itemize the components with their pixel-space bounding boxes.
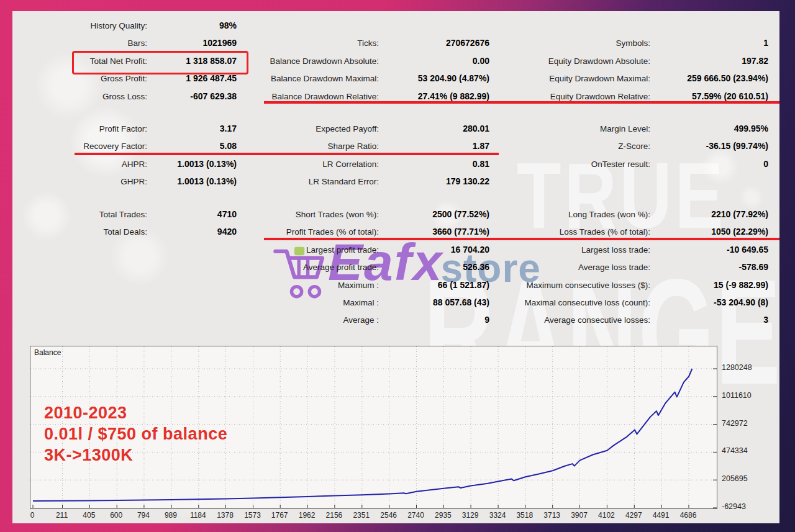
x-axis-tick-label: 4297 bbox=[620, 511, 647, 520]
stat-label: LR Correlation: bbox=[205, 155, 379, 173]
stat-value: 499.95% bbox=[656, 120, 768, 138]
x-axis-tick-label: 1573 bbox=[239, 511, 266, 520]
y-axis-tick-label: 1011610 bbox=[722, 391, 768, 400]
chart-plot: Balance 2010-2023 0.01l / $750 of balanc… bbox=[30, 346, 717, 509]
x-axis-tick-label: 2935 bbox=[429, 511, 457, 520]
x-axis-tick-label: 4102 bbox=[593, 511, 620, 520]
x-axis-tick-label: 3518 bbox=[511, 511, 538, 520]
stat-value: -578.69 bbox=[656, 258, 768, 276]
stat-value: -36.15 (99.74%) bbox=[656, 137, 768, 155]
stat-label: Profit Factor: bbox=[12, 120, 147, 138]
stat-label: AHPR: bbox=[12, 155, 147, 173]
stat-value: -10 649.65 bbox=[656, 241, 768, 259]
x-axis-tick-label: 989 bbox=[157, 511, 184, 520]
chart-annotation-line: 0.01l / $750 of balance bbox=[44, 423, 227, 444]
stat-value: 1 bbox=[656, 34, 768, 52]
stat-value: 259 666.50 (23.94%) bbox=[656, 70, 768, 88]
report-card: TRUE RANGE Eafxstore History Quality:98%… bbox=[12, 11, 779, 523]
stat-label: Total Trades: bbox=[12, 205, 147, 223]
stat-value: 2210 (77.92%) bbox=[656, 205, 768, 223]
stat-label: Average loss trade: bbox=[472, 258, 650, 276]
x-axis-tick-label: 4491 bbox=[647, 511, 675, 520]
x-axis-tick-label: 600 bbox=[102, 511, 130, 520]
chart-annotation: 2010-2023 0.01l / $750 of balance 3K->13… bbox=[44, 402, 227, 466]
x-axis-tick-label: 3129 bbox=[457, 511, 484, 520]
x-axis-tick-label: 2546 bbox=[375, 511, 402, 520]
underline-drawdown-relative-row bbox=[264, 101, 779, 104]
x-axis-tick-label: 2740 bbox=[402, 511, 430, 520]
x-axis-tick-label: 794 bbox=[130, 511, 157, 520]
stat-value: 15 (-9 882.99) bbox=[656, 276, 768, 294]
stat-value: 179 130.22 bbox=[385, 173, 489, 191]
stat-label: Total Deals: bbox=[12, 223, 147, 241]
stat-label: Largest profit trade: bbox=[205, 241, 379, 259]
stat-label: Long Trades (won %): bbox=[472, 205, 650, 223]
stat-label: Expected Payoff: bbox=[205, 120, 379, 138]
x-axis-tick-label: 1962 bbox=[293, 511, 320, 520]
underline-profit-loss-trades-row bbox=[264, 238, 779, 240]
stat-value: 3 bbox=[656, 311, 768, 329]
x-axis-tick-label: 2156 bbox=[320, 511, 348, 520]
stat-label: Equity Drawdown Absolute: bbox=[472, 52, 650, 70]
chart-title: Balance bbox=[34, 348, 61, 357]
x-axis-tick-label: 4686 bbox=[675, 511, 702, 520]
stat-label: OnTester result: bbox=[472, 155, 650, 173]
y-axis-tick-label: -62943 bbox=[722, 502, 768, 511]
x-axis-tick-label: 3324 bbox=[484, 511, 511, 520]
x-axis-tick-label: 1184 bbox=[184, 511, 212, 520]
stat-label: Z-Score: bbox=[472, 137, 650, 155]
y-axis-tick-label: 1280248 bbox=[722, 363, 768, 372]
stat-label: Ticks: bbox=[205, 34, 379, 52]
stat-label: Maximal : bbox=[205, 294, 379, 312]
stat-label: Average consecutive losses: bbox=[472, 311, 650, 329]
stat-label: History Quality: bbox=[12, 17, 147, 35]
stat-value: 98% bbox=[153, 17, 237, 35]
stat-label: Maximal consecutive loss (count): bbox=[472, 294, 650, 312]
stat-label: Average : bbox=[205, 311, 379, 329]
stat-value: 197.82 bbox=[656, 52, 768, 70]
stat-label: Average profit trade: bbox=[205, 258, 379, 276]
x-axis-tick-label: 1767 bbox=[266, 511, 293, 520]
stat-label: Largest loss trade: bbox=[472, 241, 650, 259]
chart-annotation-line: 3K->1300K bbox=[44, 444, 227, 466]
stat-label: Short Trades (won %): bbox=[205, 205, 379, 223]
x-axis-tick-label: 3713 bbox=[538, 511, 566, 520]
y-axis-tick-label: 742972 bbox=[722, 419, 768, 428]
x-axis-tick-label: 0 bbox=[19, 511, 46, 520]
stat-label: LR Standard Error: bbox=[205, 173, 379, 191]
x-axis-tick-label: 1378 bbox=[212, 511, 239, 520]
balance-chart: Balance 2010-2023 0.01l / $750 of balanc… bbox=[30, 346, 778, 523]
highlight-box-total-net-profit bbox=[72, 51, 248, 74]
stat-label: Gross Loss: bbox=[12, 88, 147, 106]
stat-label: Margin Level: bbox=[472, 120, 650, 138]
stat-value: 0 bbox=[656, 155, 768, 173]
stat-label: Equity Drawdown Maximal: bbox=[472, 70, 650, 88]
x-axis-tick-label: 3907 bbox=[566, 511, 593, 520]
x-axis-tick-label: 405 bbox=[75, 511, 102, 520]
y-axis-tick-label: 205695 bbox=[722, 474, 768, 483]
underline-sharpe-ratio-row bbox=[75, 153, 499, 155]
stat-label: Bars: bbox=[12, 34, 147, 52]
x-axis-tick-label: 211 bbox=[48, 511, 76, 520]
stat-label: Maximum consecutive losses ($): bbox=[472, 276, 650, 294]
chart-annotation-line: 2010-2023 bbox=[44, 402, 227, 423]
x-axis-tick-label: 2351 bbox=[348, 511, 375, 520]
stat-value: -53 204.90 (8) bbox=[656, 294, 768, 312]
stat-label: Maximum : bbox=[205, 276, 379, 294]
stat-label: GHPR: bbox=[12, 173, 147, 191]
y-axis-tick-label: 474334 bbox=[722, 446, 768, 455]
stat-label: Symbols: bbox=[472, 34, 650, 52]
